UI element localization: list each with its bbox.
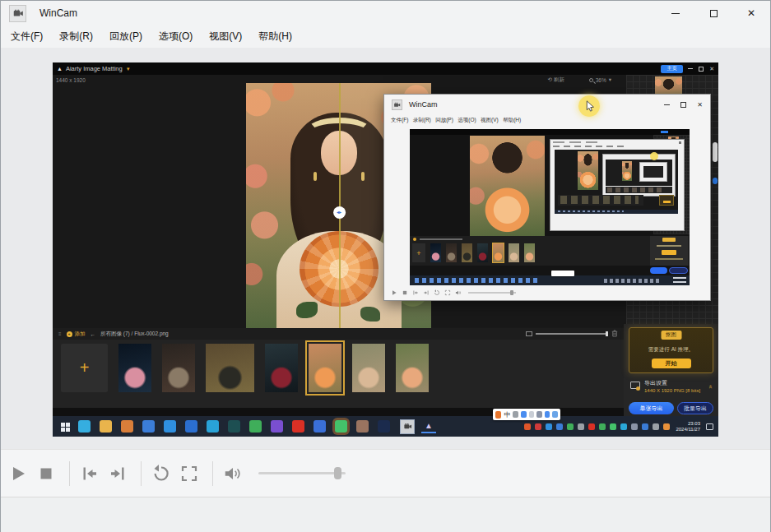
refresh-control: ⟲刷新 (547, 76, 564, 84)
menu-item[interactable]: 帮助(H) (250, 26, 300, 47)
volume-button[interactable] (221, 461, 245, 486)
mini-export-buttons (650, 267, 688, 274)
taskbar-app-icon (378, 420, 390, 433)
tray-icon (663, 423, 670, 430)
size-slider (536, 333, 608, 335)
skip-to-end-button[interactable] (105, 461, 130, 486)
gallery-thumbnail (352, 344, 385, 392)
nested-skip-end-icon (423, 289, 430, 296)
taskbar-clock: 23:03 2024/11/27 (676, 421, 700, 433)
image-size-icon (526, 331, 532, 336)
mini-matting-badge (662, 238, 676, 242)
nested-play-icon (391, 289, 397, 296)
size-slider-handle (606, 331, 608, 336)
nested-volume-handle (510, 290, 513, 295)
menu-bar: 文件(F)录制(R)回放(P)选项(O)视图(V)帮助(H) (1, 25, 770, 48)
tray-icon (567, 423, 574, 430)
mini-batch-export-button (669, 267, 688, 274)
add-image-tile: + (61, 344, 108, 392)
gallery-thumbnail (396, 344, 429, 392)
refresh-icon: ⟲ (547, 76, 551, 83)
mini-matting-panel (650, 236, 688, 266)
nested-maximize-icon (680, 102, 686, 108)
status-footer (1, 497, 770, 532)
volume-handle[interactable] (334, 467, 341, 479)
mini-breadcrumb-bar (420, 238, 462, 240)
mini-gallery-thumbnail (509, 243, 519, 262)
export-format-info: 1440 X 1920 PNG [8 bits] (644, 388, 700, 393)
nested-fullscreen-icon (444, 289, 451, 296)
minimize-icon (671, 13, 680, 14)
taskbar-app-icon (249, 420, 262, 433)
mini-aiarty-titlebar (410, 129, 690, 135)
nested-volume-slider (468, 292, 516, 294)
mini-nested-wincam-window (550, 139, 685, 231)
taskbar-wincam-icon (400, 419, 415, 434)
mouse-cursor-icon (586, 100, 594, 113)
mini-canvas-level5 (643, 166, 663, 178)
tray-icon (610, 423, 616, 430)
sidebar-scroll-indicator (713, 178, 718, 184)
gallery-thumbnail-row (118, 344, 429, 392)
tray-icon (578, 423, 584, 430)
nested-title-bar: WinCam ✕ (384, 95, 710, 114)
aiarty-title: Aiarty Image Matting (66, 65, 123, 72)
nested-window-controls: ✕ (664, 101, 703, 109)
batch-export-button: 批量导出 (677, 402, 713, 414)
mini-thumbnail-strip-level3 (558, 195, 643, 206)
mini-add-tile: + (412, 243, 425, 262)
aiarty-logo-icon: ▲ (57, 66, 63, 72)
ime-tool-icon (513, 411, 518, 418)
thumbnail-image (265, 344, 298, 392)
mini-gallery-thumbnail (430, 243, 441, 262)
close-button[interactable]: ✕ (732, 1, 770, 25)
maximize-button[interactable] (694, 1, 732, 25)
mini-tray-icons (604, 279, 662, 283)
export-settings: 导出设置 1440 X 1920 PNG [8 bits] « (629, 377, 713, 399)
gallery-thumbnail (162, 344, 195, 392)
taskbar-app-icon (271, 420, 283, 433)
play-button[interactable] (6, 461, 30, 486)
mini-photo-level3 (578, 151, 598, 190)
matting-hint: 需要进行 AI 推理。 (629, 346, 713, 354)
loop-button[interactable] (149, 461, 174, 486)
playback-controls (1, 449, 770, 497)
menu-item[interactable]: 视图(V) (201, 26, 250, 47)
nested-minimize-icon (664, 104, 670, 105)
export-buttons: 单张导出 批量导出 (629, 402, 713, 414)
ime-app-icon (495, 411, 501, 419)
aiarty-maximize-icon (699, 67, 704, 72)
mini-menu-bars (553, 146, 627, 147)
mini-clock (673, 277, 686, 284)
aiarty-home-button: 主页 (661, 65, 683, 73)
menu-item[interactable]: 回放(P) (101, 26, 151, 47)
thumbnail-size-control (526, 330, 618, 338)
taskbar-app-icon (142, 420, 155, 433)
nested-loop-icon (434, 289, 440, 296)
menu-item[interactable]: 录制(R) (51, 26, 101, 47)
skip-to-start-button[interactable] (77, 461, 102, 486)
taskbar-app-icon (164, 420, 176, 433)
mini-thumbnail-row: + (412, 243, 535, 262)
fullscreen-button[interactable] (177, 461, 202, 486)
taskbar-app-icon (185, 420, 197, 433)
aiarty-window-controls: ✕ (688, 66, 714, 72)
minimize-button[interactable] (657, 1, 694, 25)
taskbar-right: 23:03 2024/11/27 (524, 421, 713, 433)
taskbar-app-icon (356, 420, 369, 433)
mini-cursor-highlight (650, 152, 658, 160)
taskbar-app-icon (314, 420, 326, 433)
title-bar: WinCam ✕ (1, 1, 770, 25)
clock-time: 23:03 (676, 421, 700, 427)
mini-export-bar (655, 258, 683, 260)
recorded-video-frame: ▲ Aiarty Image Matting ▼ 主页 ✕ 1440 x 192… (53, 62, 718, 437)
single-export-button: 单张导出 (629, 402, 674, 414)
cursor-highlight (578, 95, 600, 117)
menu-item[interactable]: 选项(O) (151, 26, 201, 47)
ime-tool-icon (536, 411, 542, 418)
volume-slider[interactable] (258, 472, 346, 474)
menu-item[interactable]: 文件(F) (2, 26, 51, 47)
tray-icon (535, 423, 541, 430)
trash-icon (611, 330, 618, 338)
stop-button[interactable] (34, 461, 58, 486)
